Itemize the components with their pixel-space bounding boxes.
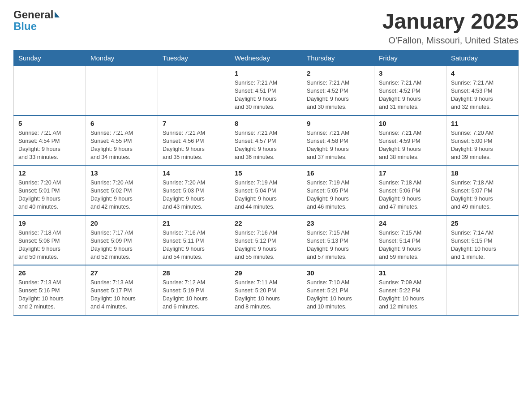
calendar-cell: 18Sunrise: 7:18 AM Sunset: 5:07 PM Dayli… — [446, 165, 519, 215]
calendar-header-row: SundayMondayTuesdayWednesdayThursdayFrid… — [14, 51, 519, 66]
calendar-cell: 6Sunrise: 7:21 AM Sunset: 4:55 PM Daylig… — [86, 116, 158, 166]
header-friday: Friday — [374, 51, 446, 66]
day-info: Sunrise: 7:21 AM Sunset: 4:53 PM Dayligh… — [451, 79, 514, 111]
calendar-cell: 31Sunrise: 7:09 AM Sunset: 5:22 PM Dayli… — [374, 265, 446, 315]
calendar-cell: 24Sunrise: 7:15 AM Sunset: 5:14 PM Dayli… — [374, 215, 446, 265]
calendar-cell: 2Sunrise: 7:21 AM Sunset: 4:52 PM Daylig… — [302, 66, 374, 116]
calendar-cell — [446, 265, 519, 315]
day-info: Sunrise: 7:21 AM Sunset: 4:55 PM Dayligh… — [90, 129, 153, 162]
calendar-cell: 8Sunrise: 7:21 AM Sunset: 4:57 PM Daylig… — [230, 116, 302, 166]
calendar-cell: 21Sunrise: 7:16 AM Sunset: 5:11 PM Dayli… — [158, 215, 230, 265]
day-info: Sunrise: 7:10 AM Sunset: 5:21 PM Dayligh… — [307, 278, 369, 311]
calendar-cell: 14Sunrise: 7:20 AM Sunset: 5:03 PM Dayli… — [158, 165, 230, 215]
calendar-cell: 23Sunrise: 7:15 AM Sunset: 5:13 PM Dayli… — [302, 215, 374, 265]
calendar-cell: 27Sunrise: 7:13 AM Sunset: 5:17 PM Dayli… — [86, 265, 158, 315]
calendar-cell: 9Sunrise: 7:21 AM Sunset: 4:58 PM Daylig… — [302, 116, 374, 166]
header-sunday: Sunday — [14, 51, 86, 66]
day-info: Sunrise: 7:14 AM Sunset: 5:15 PM Dayligh… — [451, 229, 514, 261]
day-number: 9 — [307, 120, 369, 127]
header-thursday: Thursday — [302, 51, 374, 66]
day-number: 11 — [451, 120, 514, 127]
day-number: 21 — [163, 219, 225, 227]
day-number: 20 — [90, 219, 153, 227]
day-number: 5 — [18, 120, 81, 127]
calendar-cell: 20Sunrise: 7:17 AM Sunset: 5:09 PM Dayli… — [86, 215, 158, 265]
day-number: 14 — [163, 169, 225, 177]
header-monday: Monday — [86, 51, 158, 66]
day-number: 25 — [451, 219, 514, 227]
calendar-cell: 11Sunrise: 7:20 AM Sunset: 5:00 PM Dayli… — [446, 116, 519, 166]
calendar-cell: 15Sunrise: 7:19 AM Sunset: 5:04 PM Dayli… — [230, 165, 302, 215]
calendar-cell: 5Sunrise: 7:21 AM Sunset: 4:54 PM Daylig… — [14, 116, 86, 166]
day-number: 10 — [379, 120, 442, 127]
day-info: Sunrise: 7:21 AM Sunset: 4:57 PM Dayligh… — [235, 129, 297, 162]
calendar-table: SundayMondayTuesdayWednesdayThursdayFrid… — [13, 50, 519, 316]
day-info: Sunrise: 7:20 AM Sunset: 5:03 PM Dayligh… — [163, 179, 225, 211]
calendar-cell: 17Sunrise: 7:18 AM Sunset: 5:06 PM Dayli… — [374, 165, 446, 215]
day-info: Sunrise: 7:19 AM Sunset: 5:05 PM Dayligh… — [307, 179, 369, 211]
day-number: 3 — [379, 69, 442, 77]
day-number: 7 — [163, 120, 225, 127]
logo-general-text: General — [13, 9, 53, 21]
day-info: Sunrise: 7:15 AM Sunset: 5:13 PM Dayligh… — [307, 229, 369, 261]
calendar-cell: 26Sunrise: 7:13 AM Sunset: 5:16 PM Dayli… — [14, 265, 86, 315]
header-saturday: Saturday — [446, 51, 519, 66]
day-info: Sunrise: 7:16 AM Sunset: 5:12 PM Dayligh… — [235, 229, 297, 261]
day-number: 2 — [307, 69, 369, 77]
title-block: January 2025 O'Fallon, Missouri, United … — [382, 9, 519, 46]
day-number: 13 — [90, 169, 153, 177]
day-number: 17 — [379, 169, 442, 177]
calendar-cell — [14, 66, 86, 116]
logo-blue-text: Blue — [13, 20, 37, 32]
day-number: 24 — [379, 219, 442, 227]
calendar-cell: 22Sunrise: 7:16 AM Sunset: 5:12 PM Dayli… — [230, 215, 302, 265]
calendar-cell: 19Sunrise: 7:18 AM Sunset: 5:08 PM Dayli… — [14, 215, 86, 265]
calendar-cell — [86, 66, 158, 116]
week-row-2: 5Sunrise: 7:21 AM Sunset: 4:54 PM Daylig… — [14, 116, 519, 166]
calendar-cell: 3Sunrise: 7:21 AM Sunset: 4:52 PM Daylig… — [374, 66, 446, 116]
day-info: Sunrise: 7:12 AM Sunset: 5:19 PM Dayligh… — [163, 278, 225, 311]
day-info: Sunrise: 7:11 AM Sunset: 5:20 PM Dayligh… — [235, 278, 297, 311]
calendar-cell: 10Sunrise: 7:21 AM Sunset: 4:59 PM Dayli… — [374, 116, 446, 166]
day-info: Sunrise: 7:20 AM Sunset: 5:00 PM Dayligh… — [451, 129, 514, 162]
calendar-cell: 1Sunrise: 7:21 AM Sunset: 4:51 PM Daylig… — [230, 66, 302, 116]
day-info: Sunrise: 7:17 AM Sunset: 5:09 PM Dayligh… — [90, 229, 153, 261]
day-number: 30 — [307, 269, 369, 277]
calendar-cell: 12Sunrise: 7:20 AM Sunset: 5:01 PM Dayli… — [14, 165, 86, 215]
calendar-cell: 7Sunrise: 7:21 AM Sunset: 4:56 PM Daylig… — [158, 116, 230, 166]
day-info: Sunrise: 7:21 AM Sunset: 4:52 PM Dayligh… — [379, 79, 442, 111]
week-row-5: 26Sunrise: 7:13 AM Sunset: 5:16 PM Dayli… — [14, 265, 519, 315]
day-number: 12 — [18, 169, 81, 177]
logo-triangle-icon — [55, 12, 60, 17]
day-info: Sunrise: 7:16 AM Sunset: 5:11 PM Dayligh… — [163, 229, 225, 261]
day-number: 29 — [235, 269, 297, 277]
day-number: 19 — [18, 219, 81, 227]
day-number: 26 — [18, 269, 81, 277]
week-row-3: 12Sunrise: 7:20 AM Sunset: 5:01 PM Dayli… — [14, 165, 519, 215]
month-title: January 2025 — [382, 9, 519, 34]
day-info: Sunrise: 7:20 AM Sunset: 5:02 PM Dayligh… — [90, 179, 153, 211]
day-number: 4 — [451, 69, 514, 77]
day-info: Sunrise: 7:15 AM Sunset: 5:14 PM Dayligh… — [379, 229, 442, 261]
day-number: 18 — [451, 169, 514, 177]
day-info: Sunrise: 7:18 AM Sunset: 5:08 PM Dayligh… — [18, 229, 81, 261]
day-number: 31 — [379, 269, 442, 277]
day-number: 27 — [90, 269, 153, 277]
day-info: Sunrise: 7:18 AM Sunset: 5:07 PM Dayligh… — [451, 179, 514, 211]
week-row-4: 19Sunrise: 7:18 AM Sunset: 5:08 PM Dayli… — [14, 215, 519, 265]
calendar-cell: 28Sunrise: 7:12 AM Sunset: 5:19 PM Dayli… — [158, 265, 230, 315]
day-info: Sunrise: 7:09 AM Sunset: 5:22 PM Dayligh… — [379, 278, 442, 311]
day-number: 23 — [307, 219, 369, 227]
logo: General Blue — [13, 9, 60, 33]
day-info: Sunrise: 7:21 AM Sunset: 4:56 PM Dayligh… — [163, 129, 225, 162]
page-header: General Blue January 2025 O'Fallon, Miss… — [13, 9, 519, 46]
day-info: Sunrise: 7:21 AM Sunset: 4:59 PM Dayligh… — [379, 129, 442, 162]
calendar-cell: 4Sunrise: 7:21 AM Sunset: 4:53 PM Daylig… — [446, 66, 519, 116]
day-number: 1 — [235, 69, 297, 77]
calendar-cell — [158, 66, 230, 116]
day-info: Sunrise: 7:18 AM Sunset: 5:06 PM Dayligh… — [379, 179, 442, 211]
calendar-cell: 16Sunrise: 7:19 AM Sunset: 5:05 PM Dayli… — [302, 165, 374, 215]
header-tuesday: Tuesday — [158, 51, 230, 66]
day-number: 22 — [235, 219, 297, 227]
day-number: 15 — [235, 169, 297, 177]
